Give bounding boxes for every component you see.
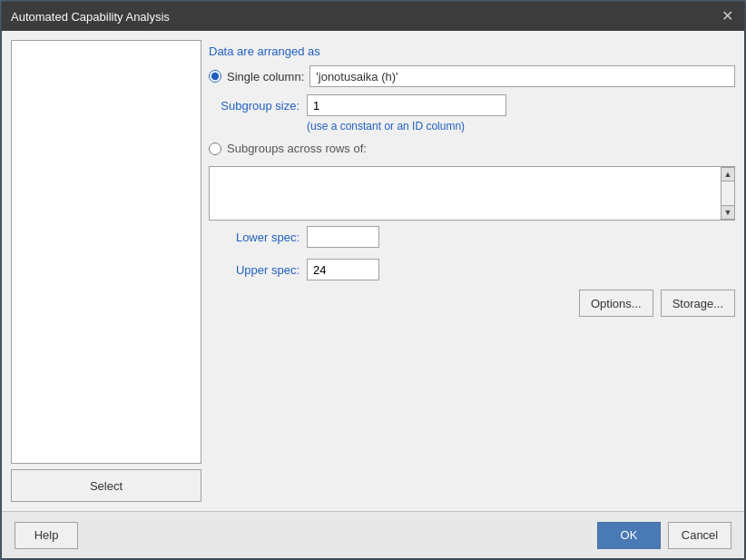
upper-spec-row: Upper spec:	[209, 259, 735, 280]
subgroups-textarea-wrap: ▲ ▼	[209, 166, 735, 221]
subgroups-section: Subgroups across rows of: ▲ ▼	[209, 142, 735, 221]
subgroups-rows-radio[interactable]	[209, 142, 221, 155]
dialog-body: Select Data are arranged as Single colum…	[2, 31, 744, 511]
lower-spec-label: Lower spec:	[209, 231, 299, 244]
subgroup-size-input[interactable]	[307, 94, 506, 116]
upper-spec-input[interactable]	[307, 259, 379, 280]
subgroup-size-label: Subgroup size:	[209, 99, 299, 113]
ok-button[interactable]: OK	[597, 522, 661, 549]
single-column-radio[interactable]	[209, 70, 221, 83]
options-button[interactable]: Options...	[579, 290, 653, 317]
right-panel: Data are arranged as Single column: Subg…	[209, 40, 735, 502]
dialog-title: Automated Capability Analysis	[11, 10, 170, 24]
help-button[interactable]: Help	[15, 522, 78, 549]
action-row: Options... Storage...	[209, 284, 735, 317]
subgroups-scrollbar: ▲ ▼	[721, 166, 735, 221]
footer-left: Help	[15, 522, 78, 549]
footer-right: OK Cancel	[597, 522, 731, 549]
titlebar: Automated Capability Analysis ✕	[2, 2, 744, 31]
subgroup-size-row: Subgroup size:	[209, 94, 735, 116]
variables-list[interactable]	[11, 40, 201, 464]
single-column-label[interactable]: Single column:	[227, 70, 304, 84]
scroll-down-arrow[interactable]: ▼	[721, 205, 735, 220]
scroll-up-arrow[interactable]: ▲	[721, 167, 735, 182]
close-button[interactable]: ✕	[720, 9, 735, 24]
subgroups-textarea[interactable]	[209, 166, 721, 221]
select-button[interactable]: Select	[11, 469, 201, 502]
storage-button[interactable]: Storage...	[661, 290, 735, 317]
single-column-input[interactable]	[309, 65, 735, 87]
lower-spec-input[interactable]	[307, 226, 379, 248]
hint-text: (use a constant or an ID column)	[307, 120, 735, 133]
arrangement-section: Data are arranged as Single column: Subg…	[209, 44, 735, 317]
spec-section: Lower spec: Upper spec:	[209, 226, 735, 284]
dialog: Automated Capability Analysis ✕ Select D…	[1, 1, 745, 559]
arrangement-title: Data are arranged as	[209, 44, 735, 58]
subgroups-rows-label[interactable]: Subgroups across rows of:	[227, 142, 367, 155]
dialog-footer: Help OK Cancel	[2, 511, 744, 558]
upper-spec-label: Upper spec:	[209, 263, 299, 277]
lower-spec-row: Lower spec:	[209, 226, 735, 248]
left-panel: Select	[11, 40, 201, 502]
single-column-row: Single column:	[209, 65, 735, 87]
cancel-button[interactable]: Cancel	[668, 522, 731, 549]
subgroups-rows-radio-row: Subgroups across rows of:	[209, 142, 735, 155]
